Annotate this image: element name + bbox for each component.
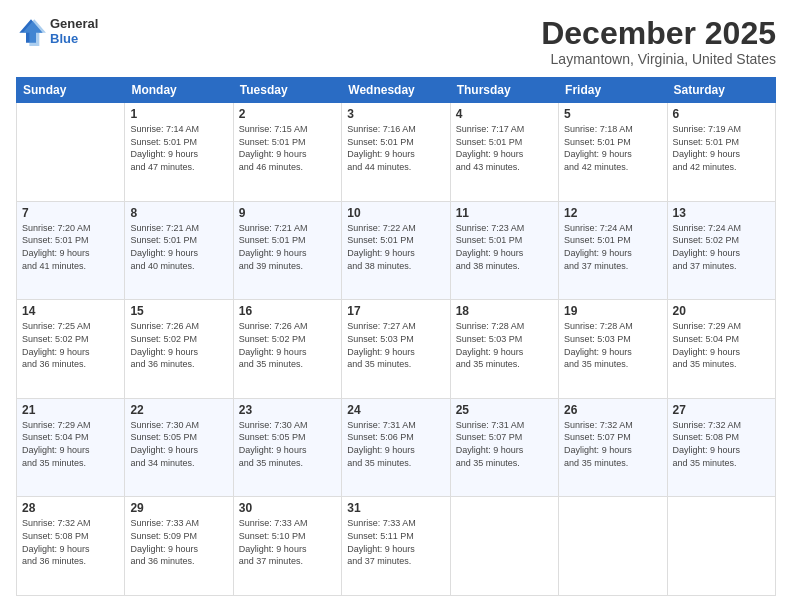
- logo-line2: Blue: [50, 31, 98, 46]
- day-header-sunday: Sunday: [17, 78, 125, 103]
- calendar-cell: 31Sunrise: 7:33 AM Sunset: 5:11 PM Dayli…: [342, 497, 450, 596]
- logo-icon: [16, 16, 46, 46]
- calendar-cell: 17Sunrise: 7:27 AM Sunset: 5:03 PM Dayli…: [342, 300, 450, 399]
- calendar-cell: 2Sunrise: 7:15 AM Sunset: 5:01 PM Daylig…: [233, 103, 341, 202]
- day-info: Sunrise: 7:30 AM Sunset: 5:05 PM Dayligh…: [239, 419, 336, 469]
- day-number: 8: [130, 206, 227, 220]
- day-number: 1: [130, 107, 227, 121]
- day-info: Sunrise: 7:18 AM Sunset: 5:01 PM Dayligh…: [564, 123, 661, 173]
- day-number: 29: [130, 501, 227, 515]
- day-number: 14: [22, 304, 119, 318]
- calendar-cell: 8Sunrise: 7:21 AM Sunset: 5:01 PM Daylig…: [125, 201, 233, 300]
- page: General Blue December 2025 Laymantown, V…: [0, 0, 792, 612]
- day-info: Sunrise: 7:32 AM Sunset: 5:08 PM Dayligh…: [673, 419, 770, 469]
- day-info: Sunrise: 7:31 AM Sunset: 5:07 PM Dayligh…: [456, 419, 553, 469]
- calendar-cell: 5Sunrise: 7:18 AM Sunset: 5:01 PM Daylig…: [559, 103, 667, 202]
- title-section: December 2025 Laymantown, Virginia, Unit…: [541, 16, 776, 67]
- calendar-cell: 16Sunrise: 7:26 AM Sunset: 5:02 PM Dayli…: [233, 300, 341, 399]
- calendar-cell: 26Sunrise: 7:32 AM Sunset: 5:07 PM Dayli…: [559, 398, 667, 497]
- calendar-cell: 20Sunrise: 7:29 AM Sunset: 5:04 PM Dayli…: [667, 300, 775, 399]
- day-number: 10: [347, 206, 444, 220]
- day-number: 25: [456, 403, 553, 417]
- calendar-cell: [667, 497, 775, 596]
- day-info: Sunrise: 7:19 AM Sunset: 5:01 PM Dayligh…: [673, 123, 770, 173]
- day-number: 11: [456, 206, 553, 220]
- day-info: Sunrise: 7:17 AM Sunset: 5:01 PM Dayligh…: [456, 123, 553, 173]
- day-number: 15: [130, 304, 227, 318]
- day-header-tuesday: Tuesday: [233, 78, 341, 103]
- header: General Blue December 2025 Laymantown, V…: [16, 16, 776, 67]
- calendar-cell: 25Sunrise: 7:31 AM Sunset: 5:07 PM Dayli…: [450, 398, 558, 497]
- day-info: Sunrise: 7:21 AM Sunset: 5:01 PM Dayligh…: [239, 222, 336, 272]
- day-number: 24: [347, 403, 444, 417]
- day-info: Sunrise: 7:29 AM Sunset: 5:04 PM Dayligh…: [673, 320, 770, 370]
- logo-text: General Blue: [50, 16, 98, 46]
- day-info: Sunrise: 7:16 AM Sunset: 5:01 PM Dayligh…: [347, 123, 444, 173]
- calendar-cell: 10Sunrise: 7:22 AM Sunset: 5:01 PM Dayli…: [342, 201, 450, 300]
- calendar-cell: 6Sunrise: 7:19 AM Sunset: 5:01 PM Daylig…: [667, 103, 775, 202]
- day-number: 18: [456, 304, 553, 318]
- calendar-cell: 3Sunrise: 7:16 AM Sunset: 5:01 PM Daylig…: [342, 103, 450, 202]
- calendar-header-row: SundayMondayTuesdayWednesdayThursdayFrid…: [17, 78, 776, 103]
- day-info: Sunrise: 7:27 AM Sunset: 5:03 PM Dayligh…: [347, 320, 444, 370]
- calendar-cell: 28Sunrise: 7:32 AM Sunset: 5:08 PM Dayli…: [17, 497, 125, 596]
- day-number: 5: [564, 107, 661, 121]
- calendar-week-4: 28Sunrise: 7:32 AM Sunset: 5:08 PM Dayli…: [17, 497, 776, 596]
- day-info: Sunrise: 7:22 AM Sunset: 5:01 PM Dayligh…: [347, 222, 444, 272]
- day-header-saturday: Saturday: [667, 78, 775, 103]
- calendar-cell: 29Sunrise: 7:33 AM Sunset: 5:09 PM Dayli…: [125, 497, 233, 596]
- day-info: Sunrise: 7:26 AM Sunset: 5:02 PM Dayligh…: [239, 320, 336, 370]
- day-number: 30: [239, 501, 336, 515]
- subtitle: Laymantown, Virginia, United States: [541, 51, 776, 67]
- day-info: Sunrise: 7:21 AM Sunset: 5:01 PM Dayligh…: [130, 222, 227, 272]
- day-info: Sunrise: 7:20 AM Sunset: 5:01 PM Dayligh…: [22, 222, 119, 272]
- day-info: Sunrise: 7:28 AM Sunset: 5:03 PM Dayligh…: [456, 320, 553, 370]
- calendar-cell: 13Sunrise: 7:24 AM Sunset: 5:02 PM Dayli…: [667, 201, 775, 300]
- day-number: 7: [22, 206, 119, 220]
- day-number: 12: [564, 206, 661, 220]
- calendar-cell: 23Sunrise: 7:30 AM Sunset: 5:05 PM Dayli…: [233, 398, 341, 497]
- day-info: Sunrise: 7:14 AM Sunset: 5:01 PM Dayligh…: [130, 123, 227, 173]
- day-info: Sunrise: 7:23 AM Sunset: 5:01 PM Dayligh…: [456, 222, 553, 272]
- day-number: 22: [130, 403, 227, 417]
- day-header-wednesday: Wednesday: [342, 78, 450, 103]
- calendar-cell: [559, 497, 667, 596]
- day-number: 21: [22, 403, 119, 417]
- calendar-week-2: 14Sunrise: 7:25 AM Sunset: 5:02 PM Dayli…: [17, 300, 776, 399]
- day-number: 13: [673, 206, 770, 220]
- day-info: Sunrise: 7:33 AM Sunset: 5:09 PM Dayligh…: [130, 517, 227, 567]
- day-number: 9: [239, 206, 336, 220]
- day-number: 2: [239, 107, 336, 121]
- day-info: Sunrise: 7:26 AM Sunset: 5:02 PM Dayligh…: [130, 320, 227, 370]
- day-number: 31: [347, 501, 444, 515]
- day-number: 6: [673, 107, 770, 121]
- calendar-week-1: 7Sunrise: 7:20 AM Sunset: 5:01 PM Daylig…: [17, 201, 776, 300]
- day-number: 4: [456, 107, 553, 121]
- day-info: Sunrise: 7:32 AM Sunset: 5:07 PM Dayligh…: [564, 419, 661, 469]
- calendar-cell: 27Sunrise: 7:32 AM Sunset: 5:08 PM Dayli…: [667, 398, 775, 497]
- calendar-week-3: 21Sunrise: 7:29 AM Sunset: 5:04 PM Dayli…: [17, 398, 776, 497]
- calendar-cell: 11Sunrise: 7:23 AM Sunset: 5:01 PM Dayli…: [450, 201, 558, 300]
- calendar-cell: 21Sunrise: 7:29 AM Sunset: 5:04 PM Dayli…: [17, 398, 125, 497]
- day-number: 3: [347, 107, 444, 121]
- calendar-cell: 12Sunrise: 7:24 AM Sunset: 5:01 PM Dayli…: [559, 201, 667, 300]
- day-number: 16: [239, 304, 336, 318]
- day-info: Sunrise: 7:24 AM Sunset: 5:01 PM Dayligh…: [564, 222, 661, 272]
- day-number: 23: [239, 403, 336, 417]
- logo: General Blue: [16, 16, 98, 46]
- day-number: 28: [22, 501, 119, 515]
- main-title: December 2025: [541, 16, 776, 51]
- day-number: 27: [673, 403, 770, 417]
- day-number: 26: [564, 403, 661, 417]
- calendar-cell: 30Sunrise: 7:33 AM Sunset: 5:10 PM Dayli…: [233, 497, 341, 596]
- day-number: 19: [564, 304, 661, 318]
- day-info: Sunrise: 7:29 AM Sunset: 5:04 PM Dayligh…: [22, 419, 119, 469]
- day-info: Sunrise: 7:15 AM Sunset: 5:01 PM Dayligh…: [239, 123, 336, 173]
- day-info: Sunrise: 7:25 AM Sunset: 5:02 PM Dayligh…: [22, 320, 119, 370]
- day-header-friday: Friday: [559, 78, 667, 103]
- day-number: 20: [673, 304, 770, 318]
- calendar-cell: 14Sunrise: 7:25 AM Sunset: 5:02 PM Dayli…: [17, 300, 125, 399]
- day-info: Sunrise: 7:33 AM Sunset: 5:11 PM Dayligh…: [347, 517, 444, 567]
- day-number: 17: [347, 304, 444, 318]
- calendar-cell: 1Sunrise: 7:14 AM Sunset: 5:01 PM Daylig…: [125, 103, 233, 202]
